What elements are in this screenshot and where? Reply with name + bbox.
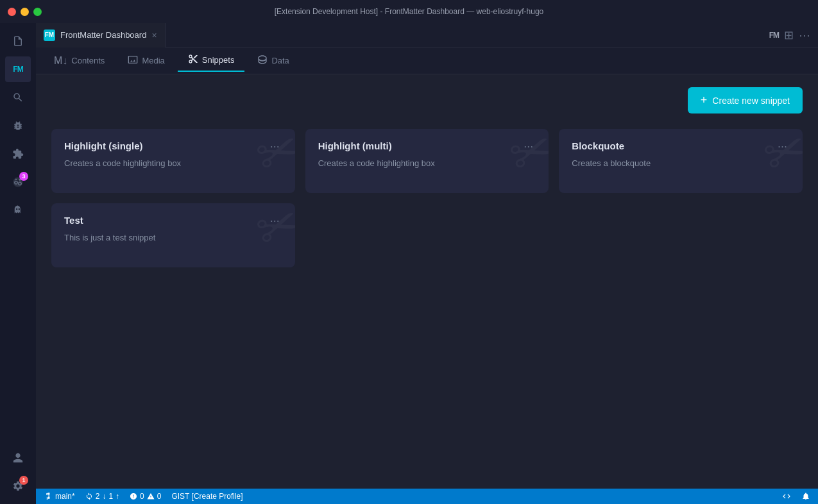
sidebar-item-settings[interactable]: 1 (5, 473, 31, 499)
sidebar-item-frontmatter[interactable]: FM (5, 56, 31, 82)
error-icon (130, 492, 137, 500)
frontmatter-tab[interactable]: FM FrontMatter Dashboard × (36, 23, 166, 47)
sidebar-item-ghost[interactable] (5, 197, 31, 223)
snippet-description: This is just a test snippet (64, 233, 282, 242)
tab-media[interactable]: Media (117, 51, 175, 71)
activity-bar: FM 3 (0, 23, 36, 504)
snippet-card-highlight-single[interactable]: ✂ Highlight (single) ··· Creates a code … (51, 129, 295, 193)
maximize-button[interactable] (33, 8, 42, 16)
snippet-card-highlight-multi[interactable]: ✂ Highlight (multi) ··· Creates a code h… (305, 129, 549, 193)
snippet-menu-button[interactable]: ··· (268, 140, 282, 152)
tab-close-button[interactable]: × (151, 30, 157, 40)
status-errors[interactable]: 0 0 (130, 492, 161, 501)
close-button[interactable] (8, 8, 16, 16)
status-branch[interactable]: main* (44, 492, 75, 501)
content-area: + Create new snippet ✂ Highlight (single… (36, 74, 818, 489)
editor-tabs: FM FrontMatter Dashboard × FM ⊞ ⋯ (36, 23, 818, 47)
tab-media-label: Media (142, 56, 164, 65)
sidebar-item-account[interactable] (5, 445, 31, 471)
sync-down: 2 (96, 492, 100, 501)
snippet-title: Test (64, 215, 83, 226)
warnings-count: 0 (157, 492, 162, 501)
git-badge: 3 (19, 172, 28, 181)
gist-label: GIST [Create Profile] (171, 492, 243, 501)
tab-logo: FM (44, 29, 55, 41)
snippet-menu-button[interactable]: ··· (521, 140, 536, 152)
nav-tab-bar: M↓ Contents Media Snippets (36, 47, 818, 74)
snippet-header: Test ··· (64, 215, 282, 226)
status-remote[interactable] (782, 492, 791, 501)
split-editor-icon[interactable]: ⊞ (784, 28, 794, 42)
sidebar-item-debug[interactable] (5, 113, 31, 139)
tab-snippets-label: Snippets (202, 55, 235, 65)
snippet-card-blockquote[interactable]: ✂ Blockquote ··· Creates a blockquote (559, 129, 803, 193)
sidebar-item-explorer[interactable] (5, 28, 31, 54)
snippet-menu-button[interactable]: ··· (268, 215, 282, 226)
snippets-grid: ✂ Highlight (single) ··· Creates a code … (51, 129, 803, 267)
snippet-description: Creates a blockquote (572, 158, 790, 168)
sidebar-item-git[interactable]: 3 (5, 169, 31, 195)
sidebar-item-extensions[interactable] (5, 141, 31, 167)
snippet-card-test[interactable]: ✂ Test ··· This is just a test snippet (51, 203, 295, 267)
plus-icon: + (701, 94, 708, 107)
more-actions-icon[interactable]: ⋯ (799, 28, 810, 42)
tab-contents-label: Contents (71, 56, 105, 65)
sidebar-item-search[interactable] (5, 85, 31, 110)
notifications-icon (801, 492, 810, 501)
branch-name: main* (55, 492, 75, 501)
status-notifications[interactable] (801, 492, 810, 501)
status-bar: main* 2↓ 1↑ 0 0 GIST [Create Pr (36, 489, 818, 504)
sync-up: 1 (108, 492, 113, 501)
snippet-description: Creates a code highlighting box (318, 158, 536, 168)
status-sync[interactable]: 2↓ 1↑ (85, 492, 119, 501)
status-gist[interactable]: GIST [Create Profile] (171, 492, 243, 501)
snippets-icon (188, 54, 198, 67)
toolbar: + Create new snippet (51, 87, 803, 113)
warning-icon (147, 492, 155, 500)
snippet-title: Highlight (single) (64, 140, 142, 151)
editor-tab-actions: FM ⊞ ⋯ (769, 28, 818, 42)
tab-label: FrontMatter Dashboard (60, 30, 146, 40)
media-icon (128, 55, 138, 67)
snippet-menu-button[interactable]: ··· (775, 140, 790, 152)
create-snippet-label: Create new snippet (712, 96, 790, 106)
sync-icon (85, 492, 93, 500)
window-title: [Extension Development Host] - FrontMatt… (275, 7, 544, 16)
contents-icon: M↓ (54, 55, 67, 67)
snippet-header: Blockquote ··· (572, 140, 790, 152)
branch-icon (44, 492, 53, 501)
errors-count: 0 (140, 492, 144, 501)
title-bar: [Extension Development Host] - FrontMatt… (0, 0, 818, 23)
snippet-header: Highlight (single) ··· (64, 140, 282, 152)
snippet-header: Highlight (multi) ··· (318, 140, 536, 152)
data-icon (257, 55, 268, 67)
traffic-lights (8, 8, 42, 16)
tab-contents[interactable]: M↓ Contents (44, 51, 115, 71)
create-snippet-button[interactable]: + Create new snippet (688, 87, 803, 113)
tab-data-label: Data (271, 56, 289, 65)
snippet-description: Creates a code highlighting box (64, 158, 282, 168)
minimize-button[interactable] (21, 8, 29, 16)
snippet-title: Highlight (multi) (318, 140, 392, 151)
remote-icon (782, 492, 791, 501)
settings-badge: 1 (19, 476, 28, 485)
main-panel: FM FrontMatter Dashboard × FM ⊞ ⋯ M↓ Con… (36, 23, 818, 504)
tab-snippets[interactable]: Snippets (178, 50, 245, 72)
tab-data[interactable]: Data (247, 51, 299, 71)
snippet-title: Blockquote (572, 140, 624, 151)
